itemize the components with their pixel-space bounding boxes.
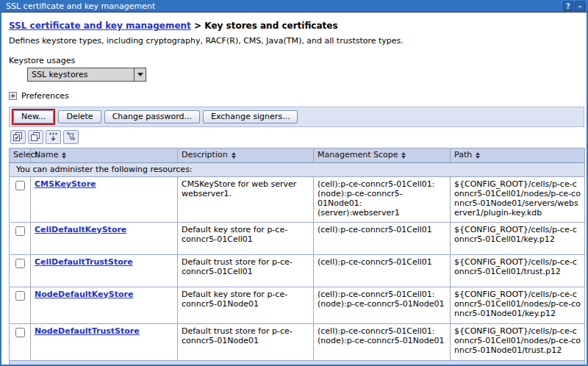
keystore-name-cell: CMSKeyStore xyxy=(31,177,178,223)
table-button-bar: New... Delete Change password... Exchang… xyxy=(9,107,584,127)
keystores-table: Select Name Description Management Scope… xyxy=(9,148,585,366)
clear-filter-icon[interactable] xyxy=(63,130,79,144)
keystore-usages-value: SSL keystores xyxy=(28,70,134,79)
table-row: NodeDefaultKeyStoreDefault key store for… xyxy=(10,287,585,324)
row-select-checkbox[interactable] xyxy=(15,291,25,301)
table-caption-row: You can administer the following resourc… xyxy=(10,163,585,177)
keystore-path-cell: ${CONFIG_ROOT}/cells/p-ce-conncr5-01Cell… xyxy=(451,324,585,361)
window-titlebar: SSL certificate and key management ? - xyxy=(1,0,587,12)
new-button[interactable]: New... xyxy=(13,110,54,123)
row-select-checkbox[interactable] xyxy=(15,328,25,337)
keystore-description-cell: CMSKeyStore for web server webserver1. xyxy=(178,177,314,223)
table-total: Total 5 xyxy=(10,361,585,366)
show-filter-icon[interactable] xyxy=(46,130,61,144)
table-row: CellDefaultKeyStoreDefault key store for… xyxy=(10,223,585,255)
keystore-link[interactable]: NodeDefaultTrustStore xyxy=(35,326,140,336)
keystore-description-cell: Default trust store for p-ce-conncr5-01C… xyxy=(178,255,314,287)
sort-icon[interactable] xyxy=(401,152,406,159)
change-password-button[interactable]: Change password... xyxy=(104,110,200,123)
breadcrumb-current: Key stores and certificates xyxy=(204,21,337,31)
keystore-link[interactable]: CellDefaultKeyStore xyxy=(35,225,126,234)
expand-plus-icon[interactable]: + xyxy=(9,92,17,100)
new-button-highlight: New... xyxy=(12,109,55,125)
management-scope-cell: (cell):p-ce-conncr5-01Cell01 xyxy=(314,223,451,255)
dropdown-arrow-icon[interactable] xyxy=(134,68,146,81)
page-description: Defines keystore types, including crypto… xyxy=(9,36,581,46)
row-select-cell xyxy=(10,255,31,287)
column-header-select: Select xyxy=(10,148,31,163)
keystore-usages-label: Keystore usages xyxy=(9,56,581,65)
help-button[interactable]: ? xyxy=(563,1,573,11)
delete-button[interactable]: Delete xyxy=(58,110,101,123)
keystore-path-cell: ${CONFIG_ROOT}/cells/p-ce-conncr5-01Cell… xyxy=(451,177,585,223)
sort-icon[interactable] xyxy=(476,152,480,159)
row-select-checkbox[interactable] xyxy=(15,259,25,268)
keystore-path-cell: ${CONFIG_ROOT}/cells/p-ce-conncr5-01Cell… xyxy=(451,255,585,287)
row-select-cell xyxy=(10,223,31,255)
column-header-name[interactable]: Name xyxy=(31,148,178,163)
keystore-name-cell: NodeDefaultKeyStore xyxy=(31,287,178,324)
table-header: Select Name Description Management Scope… xyxy=(10,148,585,163)
management-scope-cell: (cell):p-ce-conncr5-01Cell01: (node):p-c… xyxy=(314,287,451,324)
breadcrumb: SSL certificate and key management > Key… xyxy=(9,21,581,31)
breadcrumb-separator: > xyxy=(194,21,201,31)
keystore-name-cell: CellDefaultKeyStore xyxy=(31,223,178,255)
row-select-cell xyxy=(10,324,31,361)
row-select-checkbox[interactable] xyxy=(15,181,25,190)
keystore-link[interactable]: NodeDefaultKeyStore xyxy=(35,290,133,299)
sort-icon[interactable] xyxy=(62,152,66,159)
keystore-usages-select[interactable]: SSL keystores xyxy=(27,68,146,82)
row-select-cell xyxy=(10,177,31,223)
deselect-all-icon[interactable] xyxy=(28,130,43,144)
exchange-signers-button[interactable]: Exchange signers... xyxy=(203,110,298,123)
preferences-expander[interactable]: + Preferences xyxy=(9,91,581,101)
table-row: NodeDefaultTrustStoreDefault trust store… xyxy=(10,324,585,361)
column-header-description[interactable]: Description xyxy=(178,148,314,163)
column-header-management-scope[interactable]: Management Scope xyxy=(314,148,451,163)
keystore-description-cell: Default key store for p-ce-conncr5-01Cel… xyxy=(178,223,314,255)
column-header-path[interactable]: Path xyxy=(451,148,585,163)
table-icon-toolbar xyxy=(9,127,581,148)
keystore-description-cell: Default trust store for p-ce-conncr5-01N… xyxy=(178,324,314,361)
management-scope-cell: (cell):p-ce-conncr5-01Cell01 xyxy=(314,255,451,287)
preferences-label: Preferences xyxy=(21,91,69,101)
keystore-name-cell: NodeDefaultTrustStore xyxy=(31,324,178,361)
select-all-icon[interactable] xyxy=(10,130,26,144)
table-row: CMSKeyStoreCMSKeyStore for web server we… xyxy=(10,177,585,223)
management-scope-cell: (cell):p-ce-conncr5-01Cell01: (node):p-c… xyxy=(314,177,451,223)
keystore-description-cell: Default key store for p-ce-conncr5-01Nod… xyxy=(178,287,314,324)
table-row: CellDefaultTrustStoreDefault trust store… xyxy=(10,255,585,287)
keystore-link[interactable]: CellDefaultTrustStore xyxy=(35,257,133,267)
sort-icon[interactable] xyxy=(232,152,236,159)
keystore-path-cell: ${CONFIG_ROOT}/cells/p-ce-conncr5-01Cell… xyxy=(451,223,585,255)
window-title: SSL certificate and key management xyxy=(6,1,562,11)
table-caption: You can administer the following resourc… xyxy=(10,163,585,177)
breadcrumb-link-ssl-management[interactable]: SSL certificate and key management xyxy=(9,21,191,31)
table-footer-row: Total 5 xyxy=(10,361,585,366)
row-select-cell xyxy=(10,287,31,324)
page-content: SSL certificate and key management > Key… xyxy=(1,12,587,366)
keystore-name-cell: CellDefaultTrustStore xyxy=(31,255,178,287)
row-select-checkbox[interactable] xyxy=(15,226,25,236)
minimize-button[interactable]: - xyxy=(575,1,585,11)
keystore-path-cell: ${CONFIG_ROOT}/cells/p-ce-conncr5-01Cell… xyxy=(451,287,585,324)
management-scope-cell: (cell):p-ce-conncr5-01Cell01: (node):p-c… xyxy=(314,324,451,361)
keystore-link[interactable]: CMSKeyStore xyxy=(35,179,96,189)
